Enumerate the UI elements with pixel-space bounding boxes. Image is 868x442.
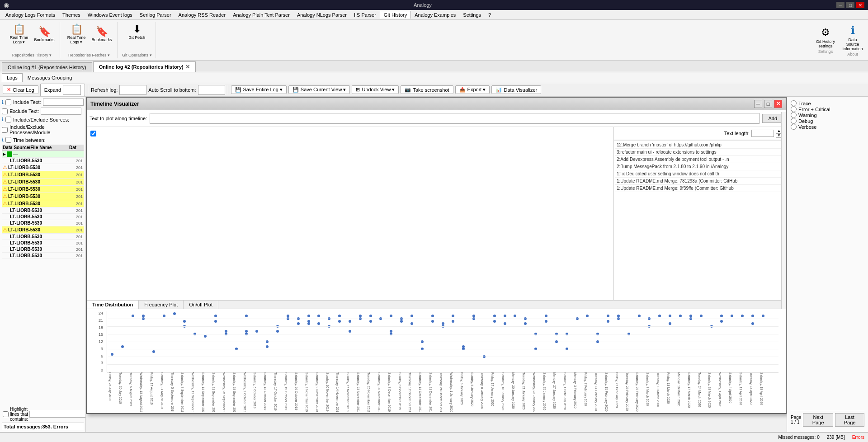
auto-scroll-input[interactable] (198, 85, 225, 95)
commit-item[interactable]: 1:Update README.md Merge: 781298a (Commi… (615, 178, 785, 185)
x-label: Wednesday, 1 April 2020 (718, 372, 722, 407)
close-button[interactable]: ✕ (856, 2, 864, 8)
log-row-r4[interactable]: ⚠LT-LIORB-5530201 (2, 179, 84, 186)
include-sources-checkbox[interactable] (5, 117, 11, 122)
scrollbar[interactable] (781, 127, 786, 300)
filter-radio-verbose[interactable] (791, 124, 797, 130)
menu-item-windows-event-logs[interactable]: Windows Event logs (84, 11, 136, 19)
plot-tab-time-distribution[interactable]: Time Distribution (87, 301, 139, 309)
timeline-maximize-btn[interactable]: □ (764, 100, 772, 108)
x-label: Friday, 21 February 2020 (615, 372, 618, 408)
commit-item[interactable]: 2:Add Devexpress Assembly delpoyment too… (615, 156, 785, 163)
refresh-log-input[interactable] (119, 85, 146, 95)
real-time-logs-btn-1[interactable]: 📋 Real TimeLogs ▾ (7, 22, 31, 47)
warning-icon: ⚠ (3, 227, 7, 233)
log-row-r7[interactable]: ⚠LT-LIORB-5530201 (2, 200, 84, 207)
clear-log-btn[interactable]: ✕ Clear Log (3, 85, 38, 94)
git-fetch-btn[interactable]: ⬇ Git Fetch (125, 22, 149, 42)
log-row-r11[interactable]: ⚠LT-LIORB-5530201 (2, 226, 84, 234)
log-row-r6[interactable]: ⚠LT-LIORB-5530201 (2, 193, 84, 200)
last-page-btn[interactable]: Last Page (835, 413, 864, 427)
log-row-r2[interactable]: ⚠LT-LIORB-5530201 (2, 164, 84, 171)
commit-item[interactable]: 1:fix Dedicated user setting window does… (615, 170, 785, 178)
menu-item-help[interactable]: ? (485, 11, 495, 19)
menu-item-themes[interactable]: Themes (59, 11, 84, 19)
data-visualizer-btn[interactable]: 📊 Data Visualizer (491, 85, 541, 94)
minimize-button[interactable]: ─ (836, 2, 844, 8)
git-operations-sub[interactable]: Git Operations ▾ (122, 53, 152, 58)
filter-radio-debug[interactable] (791, 118, 797, 124)
timeline-add-btn[interactable]: Add (762, 114, 783, 123)
timeline-checkbox[interactable] (90, 131, 96, 136)
menu-item-analogy-nlogs-parser[interactable]: Analogy NLogs Parser (293, 11, 350, 19)
scatter-dot (514, 315, 516, 317)
real-time-logs-btn-2[interactable]: 📋 Real TimeLogs ▾ (65, 22, 88, 47)
log-row-r3[interactable]: ⚠LT-LIORB-5530201 (2, 171, 84, 179)
menu-item-settings[interactable]: Settings (459, 11, 485, 19)
timeline-minimize-btn[interactable]: ─ (754, 100, 762, 108)
tab-online-log-1[interactable]: Online log #1 (Repositories History) (2, 62, 92, 72)
log-row-r1[interactable]: LT-LIORB-5530201 (2, 158, 84, 164)
commit-item[interactable]: 3:refactor main ui - relocate extensions… (615, 149, 785, 156)
filter-radio-error-critical[interactable] (791, 106, 797, 112)
messages-grouping-subtab[interactable]: Messages Grouping (23, 73, 77, 82)
plot-tab-onoff-plot[interactable]: On/off Plot (184, 301, 218, 309)
take-screenshot-btn[interactable]: 📷 Take screenshot (401, 85, 453, 94)
tab-online-log-2[interactable]: Online log #2 (Repositories History) ✕ (93, 61, 196, 72)
log-row-green[interactable]: ▶ — (2, 151, 84, 158)
x-label: Tuesday, 10 March 2020 (656, 372, 660, 407)
text-length-input[interactable]: 50 (751, 130, 774, 137)
maximize-button[interactable]: □ (846, 2, 854, 8)
scatter-dot (183, 320, 186, 323)
bookmarks-btn-1[interactable]: 🔖 Bookmarks (33, 22, 56, 47)
include-text-input[interactable] (43, 99, 84, 106)
git-history-settings-btn[interactable]: ⚙ Git Historysettings Settings (814, 24, 837, 56)
include-text-checkbox[interactable] (5, 99, 11, 105)
log-row-r8[interactable]: LT-LIORB-5530201 (2, 207, 84, 214)
menu-item-git-history[interactable]: Git History (380, 11, 411, 19)
next-page-btn[interactable]: Next Page (803, 413, 833, 427)
log-row-r5[interactable]: ⚠LT-LIORB-5530201 (2, 186, 84, 193)
undock-view-btn[interactable]: ⊞ Undock View ▾ (352, 85, 399, 94)
plot-tab-frequency-plot[interactable]: Frequency Plot (139, 301, 184, 309)
filter-radio-trace[interactable] (791, 100, 797, 106)
log-row-r10[interactable]: LT-LIORB-5530201 (2, 220, 84, 226)
save-entire-log-btn[interactable]: 💾 Save Entire Log ▾ (231, 85, 287, 94)
log-row-r15[interactable]: LT-LIORB-5530201 (2, 253, 84, 259)
logs-subtab[interactable]: Logs (2, 73, 23, 82)
x-label: Wednesday, 2 October 2019 (243, 372, 246, 412)
log-row-r13[interactable]: LT-LIORB-5530201 (2, 240, 84, 246)
menu-item-analogy-plain-text-parser[interactable]: Analogy Plain Text Parser (229, 11, 293, 19)
log-row-r9[interactable]: LT-LIORB-5530201 (2, 214, 84, 220)
tab-close-btn[interactable]: ✕ (185, 64, 190, 70)
menu-item-analogy-rss-reader[interactable]: Analogy RSS Reader (175, 11, 230, 19)
commit-item[interactable]: 2:Bump MessagePack from 2.1.80 to 2.1.90… (615, 163, 785, 170)
exclude-text-checkbox[interactable] (2, 108, 8, 114)
commit-item[interactable]: 1:Update README.md Merge: 9f39ffe (Commi… (615, 185, 785, 192)
save-current-view-btn[interactable]: 💾 Save Current View ▾ (288, 85, 350, 94)
filter-radio-warning[interactable] (791, 112, 797, 118)
exclude-text-input[interactable] (41, 108, 81, 115)
menu-item-iis-parser[interactable]: IIS Parser (350, 11, 380, 19)
expand-input[interactable] (63, 85, 81, 95)
highlight-checkbox[interactable] (3, 411, 9, 417)
scatter-dot (493, 320, 496, 323)
timeline-close-btn[interactable]: ✕ (774, 100, 782, 108)
repositories-fetches-sub[interactable]: Repositories Fetches ▾ (68, 53, 110, 58)
menu-item-serilog-parser[interactable]: Serilog Parser (136, 11, 175, 19)
data-source-information-btn[interactable]: ℹ Data SourceInformation About (841, 22, 864, 59)
bookmarks-btn-2[interactable]: 🔖 Bookmarks (90, 22, 113, 47)
expand-btn[interactable]: Expand (40, 84, 85, 96)
time-between-checkbox[interactable] (5, 137, 11, 143)
log-row-r14[interactable]: LT-LIORB-5530201 (2, 246, 84, 253)
highlight-input[interactable] (29, 411, 86, 418)
menu-item-analogy-logs-formats[interactable]: Analogy Logs Formats (2, 11, 59, 19)
timeline-text-input[interactable] (150, 113, 760, 124)
menu-item-analogy-examples[interactable]: Analogy Examples (411, 11, 459, 19)
include-processes-checkbox[interactable] (2, 127, 8, 133)
commit-item[interactable]: 12:Merge branch 'master' of https://gith… (615, 141, 785, 149)
export-btn[interactable]: 📤 Export ▾ (455, 85, 490, 94)
log-row-r12[interactable]: LT-LIORB-5530201 (2, 234, 84, 240)
y-axis: 03691215182124 (87, 311, 105, 372)
repositories-history-sub[interactable]: Repositories History ▾ (12, 53, 52, 58)
